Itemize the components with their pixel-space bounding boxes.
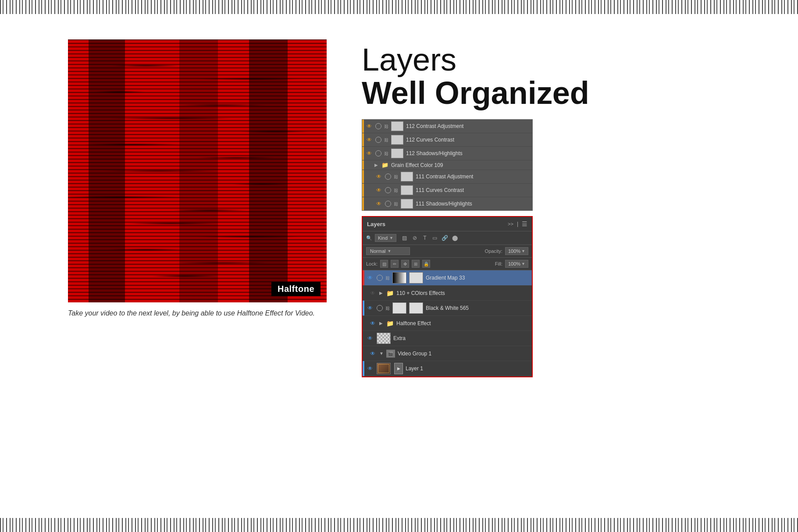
layer-item-video-group[interactable]: 👁 ▼ 🎬 Video Group 1 [363, 346, 532, 361]
layer-visibility-toggle[interactable]: 👁 [366, 365, 374, 372]
lock-image-btn[interactable]: ✏ [391, 260, 399, 268]
eye-open-icon: 👁 [370, 320, 375, 326]
layer-visibility-toggle[interactable]: 👁 [366, 274, 374, 282]
list-item: ▶ 📁 Grain Effect Color 109 [362, 160, 532, 170]
layer-item-gradient-map[interactable]: 👁 ⛓ Gradient Map 33 [363, 270, 532, 286]
folder-icon: 📁 [381, 162, 388, 168]
eye-icon[interactable]: 👁 [366, 136, 373, 143]
panel-title: Layers [367, 221, 385, 227]
folder-icon: 📁 [386, 320, 394, 327]
layer-name: 112 Shadows/Highlights [406, 150, 463, 156]
panel-menu-icon[interactable]: ☰ [522, 220, 527, 227]
smart-filter-icon[interactable]: 🔗 [441, 234, 449, 242]
layer-thumbnail [377, 363, 391, 374]
panel-header: Layers >> | ☰ [363, 217, 532, 231]
halftone-preview-image: Halftone [68, 39, 327, 302]
layer-name-text: Gradient Map 33 [426, 275, 465, 281]
eye-open-icon: 👁 [367, 275, 373, 281]
shape-filter-icon[interactable]: ▭ [431, 234, 439, 242]
lock-bar: Lock: ▨ ✏ ✥ ⊞ 🔒 Fill: 100% ▼ [363, 258, 532, 270]
top-layers-panel: 👁 ⛓ 112 Contrast Adjustment 👁 ⛓ 112 Curv… [362, 119, 533, 211]
video-clip-icon: ▶ [394, 363, 403, 374]
grunge-bottom-border [0, 518, 798, 532]
eye-icon[interactable]: 👁 [375, 200, 382, 207]
layer-name: 112 Curves Contrast [406, 137, 454, 143]
opacity-input[interactable]: 100% ▼ [505, 247, 528, 255]
layer-thumbnail [391, 135, 403, 145]
eye-icon[interactable]: 👁 [375, 173, 382, 180]
filter-bar: 🔍 Kind ▼ ▨ ⊘ T ▭ 🔗 ⬤ [363, 231, 532, 245]
layer-item-layer1[interactable]: 👁 ▶ Layer 1 [363, 361, 532, 376]
link-icon [375, 137, 381, 143]
layer-visibility-toggle[interactable]: 👁 [369, 289, 377, 297]
layer-visibility-toggle[interactable]: 👁 [369, 350, 377, 358]
chain-icon: ⛓ [385, 306, 390, 311]
adjustment-filter-icon[interactable]: ⊘ [411, 234, 419, 242]
grunge-top-border [0, 0, 798, 14]
eye-icon[interactable]: 👁 [375, 187, 382, 194]
layer-item-black-white[interactable]: 👁 ⛓ Black & White 565 [363, 301, 532, 316]
layer-name-text: Halftone Effect [396, 320, 431, 326]
layer-mask-thumbnail [409, 272, 423, 284]
chevron-down-icon: ▼ [387, 249, 391, 253]
chevron-down-icon: ▼ [389, 236, 393, 240]
expand-arrow-icon[interactable]: ▶ [379, 291, 383, 295]
toggle-filter-icon[interactable]: ⬤ [451, 234, 459, 242]
lock-artboard-btn[interactable]: ⊞ [412, 260, 420, 268]
heading-normal: Layers [362, 44, 763, 75]
layer-visibility-toggle[interactable]: 👁 [366, 304, 374, 312]
layer-thumbnail [401, 199, 413, 209]
chevron-down-icon: ▼ [521, 249, 525, 253]
fill-input[interactable]: 100% ▼ [505, 260, 528, 268]
layer-item-halftone-effect[interactable]: 👁 ▶ 📁 Halftone Effect [363, 316, 532, 331]
collapse-icon[interactable]: >> [508, 221, 513, 227]
expand-arrow[interactable]: ▶ [374, 163, 378, 167]
list-item: 👁 ⛓ 111 Shadows/Highlights [362, 197, 532, 210]
chain-icon: ⛓ [384, 137, 388, 143]
expand-arrow-icon[interactable]: ▼ [379, 351, 384, 356]
layer-name-text: Black & White 565 [426, 305, 469, 311]
layer-thumbnail [391, 149, 403, 158]
layer-color-accent [363, 331, 364, 346]
layer-item-extra[interactable]: 👁 Extra [363, 331, 532, 346]
kind-dropdown[interactable]: Kind ▼ [375, 234, 396, 242]
noise-overlay [68, 39, 327, 302]
chain-icon: ⛓ [384, 150, 388, 156]
lock-all-btn[interactable]: 🔒 [422, 260, 430, 268]
layer-name-text: Extra [393, 335, 406, 341]
layer-name-text: Layer 1 [406, 365, 423, 372]
layer-visibility-toggle[interactable]: 👁 [366, 334, 374, 342]
chain-icon: ⛓ [394, 174, 398, 180]
layer-visibility-toggle[interactable]: 👁 [369, 319, 377, 327]
halftone-badge: Halftone [271, 282, 321, 296]
lock-transparent-btn[interactable]: ▨ [380, 260, 388, 268]
expand-arrow-icon[interactable]: ▶ [379, 321, 383, 326]
eye-open-icon: 👁 [370, 351, 375, 357]
layer-color-accent [363, 270, 364, 285]
link-icon [375, 150, 381, 156]
opacity-label: Opacity: [485, 248, 502, 254]
eye-open-icon: 👁 [367, 305, 373, 311]
layer-name-text: Video Group 1 [398, 351, 431, 357]
lock-position-btn[interactable]: ✥ [401, 260, 409, 268]
opacity-bar: Normal ▼ Opacity: 100% ▼ [363, 245, 532, 258]
layer-link-icon [377, 275, 383, 281]
link-icon [385, 201, 391, 207]
blend-mode-dropdown[interactable]: Normal ▼ [366, 247, 410, 255]
text-filter-icon[interactable]: T [421, 234, 429, 242]
link-icon [375, 123, 381, 129]
layers-panel-main: Layers >> | ☰ 🔍 Kind ▼ ▨ ⊘ T ▭ [362, 216, 533, 377]
layer-name: 111 Curves Contrast [416, 187, 464, 193]
layer-name: 111 Shadows/Highlights [416, 201, 472, 207]
layer-item-colors-effects[interactable]: 👁 ▶ 📁 110 + COlors Effects [363, 286, 532, 301]
panel-controls: >> | ☰ [508, 220, 527, 227]
eye-icon[interactable]: 👁 [366, 150, 373, 157]
filter-type-icons: ▨ ⊘ T ▭ 🔗 ⬤ [401, 234, 459, 242]
chain-icon: ⛓ [394, 201, 398, 207]
chevron-down-icon: ▼ [521, 262, 525, 266]
chain-icon: ⛓ [384, 123, 388, 129]
pixel-filter-icon[interactable]: ▨ [401, 234, 409, 242]
folder-name: Grain Effect Color 109 [391, 162, 443, 168]
layer-name: 111 Contrast Adjustment [416, 174, 473, 180]
eye-icon[interactable]: 👁 [366, 123, 373, 130]
